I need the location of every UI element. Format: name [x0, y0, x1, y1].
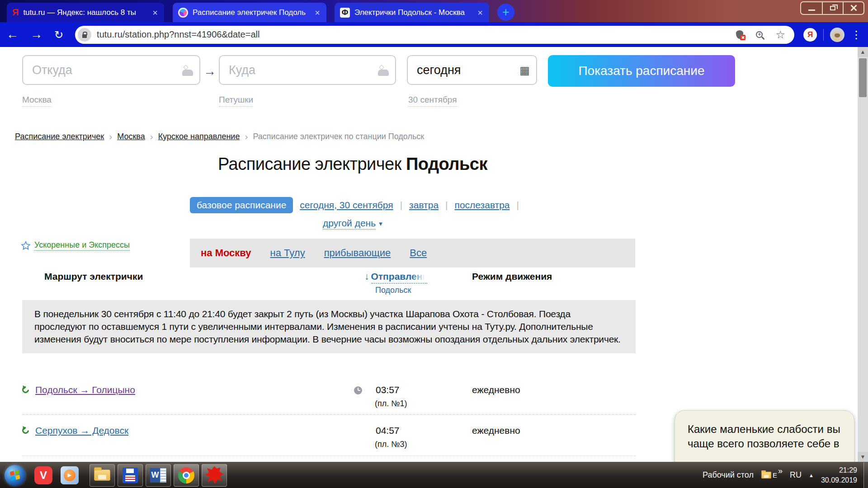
- to-field-wrap: [219, 55, 396, 85]
- breadcrumb-link-kurskoe[interactable]: Курское направление: [158, 132, 240, 141]
- taskbar-media-player-icon[interactable]: ▶: [61, 466, 79, 484]
- platform-label: (пл. №1): [375, 399, 407, 408]
- to-suggestion-link[interactable]: Петушки: [219, 95, 253, 107]
- tab-tomorrow[interactable]: завтра: [409, 200, 439, 211]
- content-blocked-icon[interactable]: [736, 30, 743, 39]
- breadcrumb: Расписание электричек › Москва › Курское…: [15, 131, 424, 142]
- web-page: → ▦ Показать расписание Москва Петушки 3…: [0, 47, 868, 462]
- page-scrollbar[interactable]: ▲ ▼: [858, 47, 868, 462]
- breadcrumb-link-schedules[interactable]: Расписание электричек: [15, 132, 104, 141]
- filter-to-moscow-active[interactable]: на Москву: [201, 247, 251, 259]
- separator: |: [400, 200, 402, 211]
- chevron-right-icon: ›: [109, 131, 112, 142]
- language-indicator[interactable]: RU: [790, 470, 802, 480]
- forward-button[interactable]: →: [30, 28, 42, 41]
- tutu-favicon-icon: [178, 8, 188, 18]
- zoom-icon[interactable]: +: [756, 31, 763, 38]
- express-star-icon: [21, 241, 31, 251]
- tray-folder-icon[interactable]: [761, 472, 771, 479]
- taskbar-save-app-button[interactable]: [118, 464, 143, 487]
- arrow-up-icon: ▲: [860, 49, 866, 55]
- tab-after-tomorrow[interactable]: послезавтра: [455, 200, 510, 211]
- text-fade-overlay: [412, 271, 427, 283]
- direction-filter-bar: на Москву на Тулу прибывающие Все: [190, 239, 635, 267]
- profile-avatar[interactable]: [830, 28, 844, 42]
- taskbar-tray: Рабочий стол Е » RU ▲ 21:29 30.09.2019: [703, 462, 868, 488]
- chevron-down-icon: ▾: [379, 220, 382, 228]
- show-hidden-icons-button[interactable]: ▲: [809, 473, 814, 478]
- from-input[interactable]: [23, 56, 199, 84]
- show-desktop-button[interactable]: [863, 462, 868, 488]
- scrollbar-thumb[interactable]: [859, 58, 867, 97]
- play-icon: ▶: [68, 472, 71, 478]
- calendar-icon[interactable]: ▦: [519, 64, 530, 77]
- floppy-disk-icon: [123, 468, 138, 483]
- site-info-chip[interactable]: [78, 28, 91, 42]
- tray-overflow-chevron-icon[interactable]: »: [778, 466, 783, 476]
- word-icon: W: [150, 468, 166, 483]
- tab-close-icon[interactable]: ×: [151, 8, 159, 17]
- close-button[interactable]: [843, 2, 863, 14]
- scroll-up-button[interactable]: ▲: [858, 47, 868, 57]
- browser-tabstrip: Я tutu.ru — Яндекс: нашлось 8 ты × Распи…: [0, 0, 868, 22]
- tab-yandex-search[interactable]: Я tutu.ru — Яндекс: нашлось 8 ты ×: [7, 3, 164, 22]
- route-icon: [21, 385, 30, 394]
- filter-to-tula[interactable]: на Тулу: [270, 247, 305, 259]
- tab-other-day[interactable]: другой день: [323, 218, 376, 230]
- to-input[interactable]: [220, 56, 395, 84]
- address-bar[interactable]: tutu.ru/station.php?nnst=41906&date=all …: [75, 26, 794, 44]
- f-site-favicon-icon: Ф: [340, 8, 350, 18]
- platform-label: (пл. №3): [375, 440, 407, 449]
- minimize-button[interactable]: [801, 2, 822, 14]
- scroll-down-button[interactable]: ▼: [858, 452, 868, 462]
- breadcrumb-link-moscow[interactable]: Москва: [117, 132, 145, 141]
- row-divider: [22, 414, 636, 415]
- date-suggestion-link[interactable]: 30 сентября: [408, 95, 457, 107]
- taskbar-red-app-button[interactable]: [202, 464, 227, 487]
- trip-route-link[interactable]: Подольск → Голицыно: [35, 385, 135, 395]
- url-text[interactable]: tutu.ru/station.php?nnst=41906&date=all: [97, 29, 259, 40]
- tab-today[interactable]: сегодня, 30 сентября: [300, 200, 393, 211]
- chrome-menu-icon[interactable]: ⋮: [851, 29, 862, 40]
- filter-arriving[interactable]: прибывающие: [324, 247, 391, 259]
- tab-elektrichki[interactable]: Ф Электрички Подольск - Москва ×: [335, 3, 489, 22]
- trip-route-link[interactable]: Серпухов → Дедовск: [35, 425, 128, 436]
- desktop-toolbar-label[interactable]: Рабочий стол: [703, 470, 754, 480]
- chat-widget-bubble[interactable]: Какие маленькие слабости вы чаще всего п…: [675, 410, 854, 462]
- chrome-icon: [178, 467, 194, 483]
- page-title: Расписание электричек Подольск: [163, 155, 542, 174]
- tab-tutu-schedule[interactable]: Расписание электричек Подоль ×: [173, 3, 326, 22]
- tab-close-icon[interactable]: ×: [314, 8, 321, 17]
- new-tab-button[interactable]: +: [497, 4, 514, 21]
- tab-base-schedule[interactable]: базовое расписание: [190, 197, 293, 213]
- yandex-extension-icon[interactable]: Я: [803, 28, 817, 42]
- taskbar-chrome-button[interactable]: [174, 464, 199, 487]
- column-header-mode: Режим движения: [472, 271, 552, 282]
- taskbar-explorer-button[interactable]: [90, 464, 115, 487]
- from-suggestion-link[interactable]: Москва: [22, 95, 52, 107]
- express-trains-link[interactable]: Ускоренные и Экспрессы: [34, 240, 130, 251]
- date-input[interactable]: [408, 56, 536, 84]
- reload-button[interactable]: ↻: [54, 29, 63, 40]
- back-button[interactable]: ←: [6, 28, 19, 41]
- delay-warning-clock-icon[interactable]: [354, 386, 362, 394]
- start-button[interactable]: [5, 465, 25, 486]
- separator: |: [517, 200, 519, 211]
- breadcrumb-current: Расписание электричек по станции Подольс…: [253, 132, 424, 141]
- show-schedule-button[interactable]: Показать расписание: [548, 55, 735, 87]
- taskbar-vivaldi-icon[interactable]: V: [34, 466, 52, 484]
- restore-button[interactable]: [822, 2, 843, 14]
- column-header-route: Маршрут электрички: [44, 271, 143, 282]
- bookmark-star-icon[interactable]: ☆: [775, 29, 785, 40]
- column-header-departure-sort[interactable]: ↓ Отправление: [364, 271, 427, 284]
- tab-title: tutu.ru — Яндекс: нашлось 8 ты: [23, 8, 147, 17]
- filter-all[interactable]: Все: [410, 247, 427, 259]
- taskbar-clock[interactable]: 21:29 30.09.2019: [821, 465, 857, 485]
- tab-close-icon[interactable]: ×: [476, 8, 484, 17]
- windows-taskbar: V ▶ W Рабочий стол Е » RU ▲ 21:29 30.09.…: [0, 462, 868, 488]
- run-mode: ежедневно: [472, 425, 520, 436]
- taskbar-word-button[interactable]: W: [146, 464, 171, 487]
- schedule-date-tabs: базовое расписание сегодня, 30 сентября …: [190, 197, 597, 230]
- chat-message-text: Какие маленькие слабости вы чаще всего п…: [688, 423, 840, 450]
- sort-down-icon: ↓: [364, 271, 369, 282]
